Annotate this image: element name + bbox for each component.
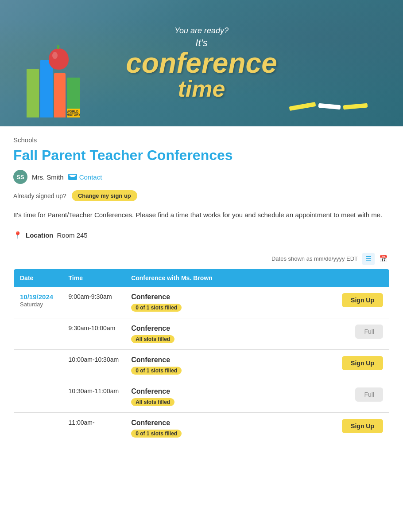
full-button: Full bbox=[355, 387, 383, 402]
banner-you-ready: You are ready? bbox=[126, 26, 277, 35]
event-name: Conference bbox=[131, 356, 182, 364]
banner-time: time bbox=[126, 77, 277, 100]
date-cell bbox=[14, 412, 62, 444]
change-signup-button[interactable]: Change my sign up bbox=[72, 190, 137, 201]
event-name: Conference bbox=[131, 325, 174, 332]
slots-badge: 0 of 1 slots filled bbox=[131, 304, 182, 312]
date-link[interactable]: 10/19/2024 bbox=[20, 293, 56, 301]
date-cell bbox=[14, 381, 62, 412]
table-row: 9:30am-10:00am Conference All slots fill… bbox=[14, 318, 390, 349]
event-cell: Conference 0 of 1 slots filled Sign Up bbox=[125, 349, 389, 381]
table-header-row: Date Time Conference with Ms. Brown bbox=[14, 269, 390, 287]
event-cell: Conference 0 of 1 slots filled Sign Up bbox=[125, 412, 389, 444]
event-info: Conference 0 of 1 slots filled bbox=[131, 356, 182, 375]
banner: WORLD HISTORY You are ready? It's confer… bbox=[0, 0, 403, 126]
author-name: Mrs. Smith bbox=[32, 173, 64, 181]
table-row: 10:30am-11:00am Conference All slots fil… bbox=[14, 381, 390, 412]
col-header-date: Date bbox=[14, 269, 62, 287]
event-info: Conference All slots filled bbox=[131, 325, 174, 343]
table-row: 11:00am- Conference 0 of 1 slots filled … bbox=[14, 412, 390, 444]
table-header: Date Time Conference with Ms. Brown bbox=[14, 269, 390, 287]
time-cell: 9:30am-10:00am bbox=[62, 318, 125, 349]
table-row: 10/19/2024Saturday9:00am-9:30am Conferen… bbox=[14, 287, 390, 318]
time-cell: 10:00am-10:30am bbox=[62, 349, 125, 381]
slots-badge: 0 of 1 slots filled bbox=[131, 430, 182, 438]
event-row: Conference All slots filled Full bbox=[131, 387, 383, 406]
event-info: Conference 0 of 1 slots filled bbox=[131, 419, 182, 438]
list-view-icon: ☰ bbox=[365, 254, 372, 263]
date-cell bbox=[14, 349, 62, 381]
banner-conference: conference bbox=[126, 49, 277, 77]
main-content: Schools Fall Parent Teacher Conferences … bbox=[0, 136, 403, 444]
full-button: Full bbox=[355, 325, 383, 339]
event-name: Conference bbox=[131, 387, 174, 395]
list-view-button[interactable]: ☰ bbox=[362, 253, 375, 265]
breadcrumb: Schools bbox=[13, 136, 390, 144]
event-row: Conference 0 of 1 slots filled Sign Up bbox=[131, 419, 383, 438]
dates-label: Dates shown as mm/dd/yyyy EDT bbox=[271, 255, 358, 262]
already-signed-up-row: Already signed up? Change my sign up bbox=[13, 190, 390, 201]
slots-badge: All slots filled bbox=[131, 398, 174, 406]
description-text: It's time for Parent/Teacher Conferences… bbox=[13, 210, 390, 220]
date-cell: 10/19/2024Saturday bbox=[14, 287, 62, 318]
banner-apple bbox=[49, 48, 69, 70]
calendar-view-button[interactable]: 📅 bbox=[377, 253, 390, 265]
email-icon bbox=[68, 174, 77, 180]
event-cell: Conference All slots filled Full bbox=[125, 318, 389, 349]
time-cell: 9:00am-9:30am bbox=[62, 287, 125, 318]
event-row: Conference All slots filled Full bbox=[131, 325, 383, 343]
page-title: Fall Parent Teacher Conferences bbox=[13, 147, 390, 164]
event-row: Conference 0 of 1 slots filled Sign Up bbox=[131, 293, 383, 312]
author-row: SS Mrs. Smith Contact bbox=[13, 170, 390, 184]
sign-up-button[interactable]: Sign Up bbox=[342, 356, 383, 370]
contact-label: Contact bbox=[79, 173, 102, 181]
sign-up-button[interactable]: Sign Up bbox=[342, 419, 383, 433]
calendar-view-icon: 📅 bbox=[379, 254, 388, 263]
table-controls: Dates shown as mm/dd/yyyy EDT ☰ 📅 bbox=[13, 253, 390, 265]
sign-up-button[interactable]: Sign Up bbox=[342, 293, 383, 307]
event-row: Conference 0 of 1 slots filled Sign Up bbox=[131, 356, 383, 375]
table-body: 10/19/2024Saturday9:00am-9:30am Conferen… bbox=[14, 287, 390, 444]
event-info: Conference All slots filled bbox=[131, 387, 174, 406]
contact-link[interactable]: Contact bbox=[68, 173, 102, 181]
slots-badge: 0 of 1 slots filled bbox=[131, 367, 182, 375]
location-label: Location bbox=[26, 231, 54, 239]
already-signed-up-label: Already signed up? bbox=[13, 192, 66, 200]
event-name: Conference bbox=[131, 293, 182, 301]
col-header-event: Conference with Ms. Brown bbox=[125, 269, 389, 287]
banner-text: You are ready? It's conference time bbox=[126, 26, 277, 100]
event-name: Conference bbox=[131, 419, 182, 427]
breadcrumb-schools: Schools bbox=[13, 136, 37, 144]
event-cell: Conference 0 of 1 slots filled Sign Up bbox=[125, 287, 389, 318]
location-pin-icon: 📍 bbox=[13, 231, 22, 239]
location-value: Room 245 bbox=[57, 231, 88, 239]
time-cell: 11:00am- bbox=[62, 412, 125, 444]
banner-chalk bbox=[289, 104, 368, 109]
time-cell: 10:30am-11:00am bbox=[62, 381, 125, 412]
date-cell bbox=[14, 318, 62, 349]
avatar: SS bbox=[13, 170, 27, 184]
slots-badge: All slots filled bbox=[131, 335, 174, 343]
schedule-table: Date Time Conference with Ms. Brown 10/1… bbox=[13, 269, 390, 444]
view-icons: ☰ 📅 bbox=[362, 253, 390, 265]
table-row: 10:00am-10:30am Conference 0 of 1 slots … bbox=[14, 349, 390, 381]
location-row: 📍 Location Room 245 bbox=[13, 231, 390, 239]
event-info: Conference 0 of 1 slots filled bbox=[131, 293, 182, 312]
col-header-time: Time bbox=[62, 269, 125, 287]
event-cell: Conference All slots filled Full bbox=[125, 381, 389, 412]
date-day: Saturday bbox=[20, 301, 43, 308]
